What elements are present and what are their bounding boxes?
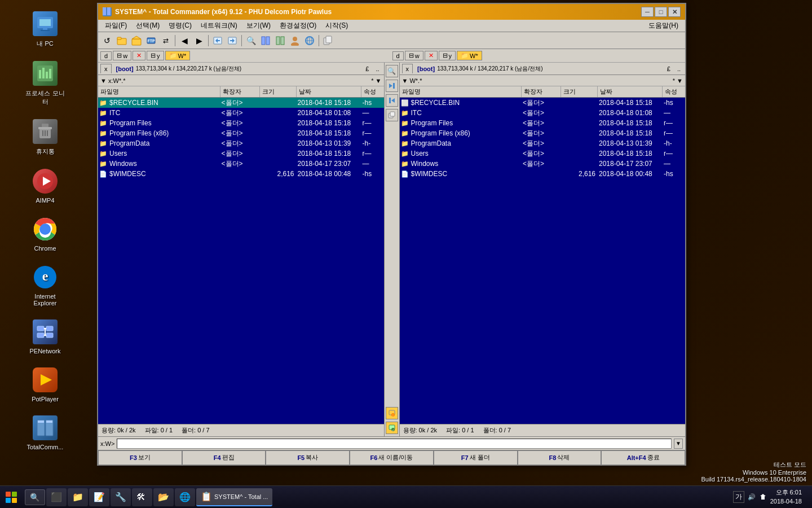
- tb-ftp2[interactable]: [303, 34, 316, 47]
- menu-select[interactable]: 선택(M): [131, 20, 164, 32]
- right-file-row-3[interactable]: 📁 Program Files (x86) <폴더> 2018-04-18 15…: [400, 128, 686, 138]
- right-col-ext[interactable]: 확장자: [522, 86, 561, 97]
- left-file-list[interactable]: 📁 $RECYCLE.BIN <폴더> 2018-04-18 15:18 -hs…: [98, 98, 384, 424]
- taskbar-item-notepad[interactable]: 📝: [89, 488, 109, 506]
- fn-f8[interactable]: F8 삭제: [518, 450, 602, 465]
- left-file-row-2[interactable]: 📁 Program Files <폴더> 2018-04-18 15:18 r—: [98, 118, 384, 128]
- left-col-name[interactable]: 파일명: [98, 86, 220, 97]
- tc-titlebar[interactable]: SYSTEM^ - Total Commander (x64) 9.12 - P…: [98, 4, 685, 20]
- minimize-button[interactable]: ─: [641, 7, 654, 17]
- left-file-row-7[interactable]: 📄 $WIMDESC 2,616 2018-04-18 00:48 -hs: [98, 169, 384, 179]
- taskbar-clock[interactable]: 오후 6:01 2018-04-18: [770, 488, 802, 506]
- taskbar-item-cmd[interactable]: ⬛: [46, 488, 67, 506]
- side-btn-search[interactable]: 🔍: [386, 65, 398, 77]
- left-drive-close[interactable]: ✕: [133, 51, 145, 60]
- right-drive-y[interactable]: ⊟y: [439, 51, 456, 60]
- tb-next[interactable]: ▶: [192, 34, 206, 47]
- left-panel-tab[interactable]: x: [100, 64, 112, 73]
- right-file-row-4[interactable]: 📁 ProgramData <폴더> 2018-04-13 01:39 -h-: [400, 138, 686, 148]
- right-col-name[interactable]: 파일명: [400, 86, 522, 97]
- right-drive-d[interactable]: d: [392, 51, 404, 60]
- left-drive-y[interactable]: ⊟y: [147, 51, 164, 60]
- right-file-row-5[interactable]: 📁 Users <폴더> 2018-04-18 15:18 r—: [400, 148, 686, 159]
- left-col-attr[interactable]: 속성: [361, 86, 384, 97]
- right-panel-options[interactable]: ..: [675, 65, 683, 72]
- desktop-icon-chrome[interactable]: Chrome: [20, 211, 70, 256]
- menu-settings[interactable]: 환경설정(O): [275, 20, 321, 32]
- taskbar-item-folder2[interactable]: 📂: [153, 488, 174, 506]
- left-drive-d[interactable]: d: [100, 51, 112, 60]
- desktop-icon-my-pc[interactable]: 내 PC: [20, 6, 70, 52]
- side-btn-copy2[interactable]: [386, 109, 398, 121]
- left-file-row-5[interactable]: 📁 Users <폴더> 2018-04-18 15:18 r—: [98, 148, 384, 159]
- start-button[interactable]: [0, 486, 23, 509]
- right-drive-letter[interactable]: 📁W*: [457, 51, 482, 60]
- right-col-attr[interactable]: 속성: [663, 86, 685, 97]
- menu-start[interactable]: 시작(S): [321, 20, 352, 32]
- desktop-icon-ie[interactable]: e Internet Explorer: [20, 259, 70, 311]
- taskbar-item-tools2[interactable]: 🛠: [132, 488, 152, 506]
- fn-f6[interactable]: F6 새 이름/이동: [350, 450, 434, 465]
- left-file-row-4[interactable]: 📁 ProgramData <폴더> 2018-04-13 01:39 -h-: [98, 138, 384, 148]
- menu-help[interactable]: 도움말(H): [644, 20, 683, 32]
- menu-network[interactable]: 네트워크(N): [196, 20, 242, 32]
- desktop-icon-penet[interactable]: PENetwork: [20, 314, 70, 359]
- maximize-button[interactable]: □: [655, 7, 667, 17]
- left-drive-w[interactable]: ⊟w: [113, 51, 131, 60]
- tray-volume-icon[interactable]: 🔊: [748, 493, 756, 501]
- tb-root[interactable]: [130, 34, 143, 47]
- fn-f3[interactable]: F3 보기: [98, 450, 182, 465]
- left-drive-letter[interactable]: 📁W*: [165, 51, 191, 60]
- right-col-date[interactable]: 날짜: [598, 86, 663, 97]
- left-file-row-0[interactable]: 📁 $RECYCLE.BIN <폴더> 2018-04-18 15:18 -hs: [98, 98, 384, 108]
- side-btn-sync[interactable]: ✓: [386, 422, 398, 434]
- right-file-row-6[interactable]: 📁 Windows <폴더> 2018-04-17 23:07 —: [400, 159, 686, 169]
- taskbar-item-ie-task[interactable]: 🌐: [175, 488, 195, 506]
- side-btn-copy-left[interactable]: [386, 94, 398, 107]
- left-col-size[interactable]: 크기: [260, 86, 297, 97]
- fn-f4[interactable]: F4 편집: [182, 450, 266, 465]
- left-col-date[interactable]: 날짜: [297, 86, 361, 97]
- tb-copy-left[interactable]: [211, 34, 224, 47]
- left-file-row-1[interactable]: 📁 ITC <폴더> 2018-04-18 01:08 —: [98, 108, 384, 118]
- tb-copy-panel[interactable]: [321, 34, 335, 47]
- right-drive-w[interactable]: ⊟w: [405, 51, 423, 60]
- menu-command[interactable]: 명령(C): [164, 20, 196, 32]
- cmdline-scroll-btn[interactable]: ▼: [674, 439, 683, 449]
- fn-altf4[interactable]: Alt+F4 종료: [601, 450, 685, 465]
- right-file-row-0[interactable]: ⬜ $RECYCLE.BIN <폴더> 2018-04-18 15:18 -hs: [400, 98, 686, 108]
- close-button[interactable]: ✕: [668, 7, 681, 17]
- tray-network-icon[interactable]: [759, 493, 767, 502]
- tb-folder-up[interactable]: [115, 34, 129, 47]
- desktop-icon-process-monitor[interactable]: 프로세스 모니터: [20, 55, 70, 111]
- tb-prev[interactable]: ◀: [178, 34, 191, 47]
- desktop-icon-aimp[interactable]: AIMP4: [20, 163, 70, 208]
- right-drive-close[interactable]: ✕: [425, 51, 438, 60]
- desktop-icon-tc[interactable]: TotalComm...: [20, 410, 70, 455]
- tb-sync[interactable]: ⇄: [159, 34, 173, 47]
- left-col-ext[interactable]: 확장자: [220, 86, 260, 97]
- right-col-size[interactable]: 크기: [561, 86, 598, 97]
- right-file-row-7[interactable]: 📄 $WIMDESC 2,616 2018-04-18 00:48 -hs: [400, 169, 686, 179]
- menu-file[interactable]: 파일(F): [100, 20, 131, 32]
- cmdline-input[interactable]: [117, 439, 672, 449]
- menu-view[interactable]: 보기(W): [242, 20, 275, 32]
- side-btn-rename[interactable]: !: [386, 407, 398, 419]
- taskbar-item-tc-task[interactable]: 📋 SYSTEM^ - Total ...: [196, 488, 272, 506]
- tray-keyboard[interactable]: 가: [733, 491, 744, 503]
- tb-compare[interactable]: [259, 34, 272, 47]
- right-panel-tab[interactable]: x: [402, 64, 413, 73]
- tb-search[interactable]: 🔍: [244, 34, 258, 47]
- tb-copy-right[interactable]: [226, 34, 239, 47]
- fn-f7[interactable]: F7 새 폴더: [434, 450, 518, 465]
- left-file-row-3[interactable]: 📁 Program Files (x86) <폴더> 2018-04-18 15…: [98, 128, 384, 138]
- right-file-row-1[interactable]: 📁 ITC <폴더> 2018-04-18 01:08 —: [400, 108, 686, 118]
- fn-f5[interactable]: F5 복사: [266, 450, 350, 465]
- right-file-row-2[interactable]: 📁 Program Files <폴더> 2018-04-18 15:18 r—: [400, 118, 686, 128]
- tb-ftp[interactable]: FTP: [144, 34, 158, 47]
- taskbar-item-tools[interactable]: 🔧: [111, 488, 131, 506]
- tb-sync2[interactable]: [273, 34, 287, 47]
- tb-back[interactable]: ↺: [100, 34, 114, 47]
- taskbar-search[interactable]: 🔍: [25, 489, 45, 505]
- right-file-list[interactable]: ⬜ $RECYCLE.BIN <폴더> 2018-04-18 15:18 -hs…: [400, 98, 686, 424]
